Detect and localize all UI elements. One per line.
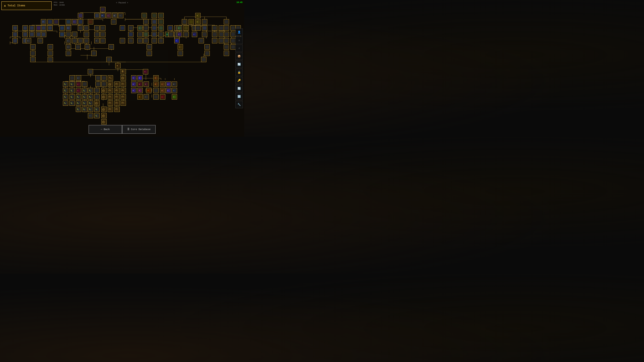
svg-rect-316 <box>196 26 200 30</box>
svg-text:◆: ◆ <box>133 83 134 85</box>
panel-icon-1[interactable]: 👤 <box>236 28 243 36</box>
core-database-button[interactable]: 🗄 Core Database <box>122 125 156 134</box>
svg-rect-309 <box>178 26 181 30</box>
svg-text:■: ■ <box>166 34 167 35</box>
svg-text:◆: ◆ <box>133 77 134 79</box>
svg-text:🐛: 🐛 <box>70 89 72 91</box>
panel-icon-7[interactable]: 🔑 <box>236 77 243 84</box>
svg-text:◆: ◆ <box>117 65 118 67</box>
svg-rect-381 <box>220 32 223 36</box>
svg-rect-312 <box>184 26 188 30</box>
svg-rect-502 <box>96 76 100 80</box>
svg-rect-410 <box>101 39 105 42</box>
svg-rect-269 <box>23 26 27 30</box>
svg-rect-326 <box>231 26 235 30</box>
svg-rect-405 <box>84 39 88 42</box>
svg-rect-277 <box>48 26 52 30</box>
svg-rect-334 <box>30 32 34 36</box>
svg-rect-290 <box>101 26 105 30</box>
svg-rect-379 <box>213 32 216 36</box>
svg-text:■: ■ <box>173 90 174 91</box>
svg-rect-416 <box>138 39 142 42</box>
svg-rect-258 <box>189 20 193 24</box>
tree-svg: ≫ ⊕ ▦ ≡ ◆ ≫ <box>0 0 244 137</box>
svg-rect-418 <box>144 39 148 42</box>
svg-text:■: ■ <box>193 34 194 35</box>
panel-icon-5[interactable]: 🔄 <box>236 61 243 68</box>
svg-rect-422 <box>159 39 163 42</box>
svg-rect-352 <box>129 32 133 36</box>
svg-text:◆: ◆ <box>133 90 134 91</box>
svg-rect-546 <box>144 82 148 86</box>
total-items-button[interactable]: ▲ Total Items <box>1 1 52 10</box>
svg-rect-475 <box>205 51 209 55</box>
svg-rect-240 <box>73 20 76 24</box>
svg-rect-452 <box>148 45 151 49</box>
svg-text:◆: ◆ <box>139 83 140 85</box>
panel-icon-2[interactable]: ⚔ <box>236 36 243 44</box>
svg-rect-208 <box>95 14 99 17</box>
svg-text:■: ■ <box>176 40 176 42</box>
panel-icon-4[interactable]: 📦 <box>236 53 243 60</box>
mem-display: Mem: 164mb <box>54 4 65 6</box>
svg-rect-467 <box>66 51 70 55</box>
total-items-label: Total Items <box>8 4 25 7</box>
svg-rect-420 <box>152 39 156 42</box>
svg-text:🐛: 🐛 <box>96 115 98 117</box>
svg-text:🐛: 🐛 <box>89 108 91 110</box>
svg-text:◆: ◆ <box>139 96 140 98</box>
svg-text:🐛: 🐛 <box>64 89 66 91</box>
svg-text:🐛: 🐛 <box>64 102 66 104</box>
svg-rect-403 <box>79 39 82 42</box>
svg-rect-299 <box>144 26 148 30</box>
panel-icon-10[interactable]: 🔧 <box>236 101 243 108</box>
svg-rect-213 <box>107 14 110 17</box>
svg-rect-431 <box>220 39 223 42</box>
svg-rect-412 <box>120 39 124 42</box>
svg-text:🐛: 🐛 <box>89 102 91 104</box>
svg-rect-595 <box>154 89 158 92</box>
svg-text:♦: ♦ <box>145 83 146 85</box>
svg-text:◆: ◆ <box>197 15 198 16</box>
svg-text:🐛: 🐛 <box>77 96 79 98</box>
svg-rect-224 <box>152 14 156 17</box>
svg-text:◆: ◆ <box>179 46 180 48</box>
svg-rect-234 <box>48 20 52 24</box>
svg-text:⊕: ⊕ <box>108 15 108 16</box>
panel-icon-3[interactable]: ⚡ <box>236 44 243 52</box>
svg-rect-398 <box>66 39 70 42</box>
svg-text:🐛: 🐛 <box>70 96 72 98</box>
svg-rect-342 <box>66 32 70 36</box>
panel-icon-8[interactable]: 🔃 <box>236 85 243 92</box>
svg-rect-457 <box>205 45 209 49</box>
pause-indicator: < Paused > <box>116 2 128 4</box>
svg-text:🐛: 🐛 <box>83 96 85 98</box>
back-button[interactable]: ← Back <box>88 125 122 134</box>
svg-rect-322 <box>220 26 223 30</box>
svg-rect-490 <box>88 70 92 73</box>
svg-text:🐛: 🐛 <box>83 102 85 104</box>
svg-rect-204 <box>101 8 105 11</box>
svg-rect-365 <box>169 32 173 36</box>
svg-rect-424 <box>175 39 179 42</box>
svg-rect-330 <box>13 32 17 36</box>
svg-rect-245 <box>89 20 92 24</box>
svg-text:🐛: 🐛 <box>77 108 79 110</box>
collapse-icon: ▲ <box>4 4 6 7</box>
svg-text:≫: ≫ <box>67 27 68 29</box>
svg-text:◈: ◈ <box>162 83 162 85</box>
svg-rect-360 <box>159 32 163 36</box>
panel-icon-6[interactable]: 🔒 <box>236 69 243 76</box>
svg-rect-389 <box>13 39 17 42</box>
svg-text:✦: ✦ <box>145 96 146 98</box>
svg-text:♥: ♥ <box>139 90 140 91</box>
svg-text:❖: ❖ <box>77 83 78 85</box>
svg-rect-294 <box>129 26 133 30</box>
svg-rect-448 <box>86 45 89 49</box>
back-icon: ← <box>101 128 102 131</box>
svg-rect-284 <box>79 26 82 30</box>
panel-icon-9[interactable]: 🔢 <box>236 93 243 100</box>
svg-rect-589 <box>138 89 142 92</box>
svg-rect-463 <box>31 51 35 55</box>
svg-rect-446 <box>76 45 80 49</box>
